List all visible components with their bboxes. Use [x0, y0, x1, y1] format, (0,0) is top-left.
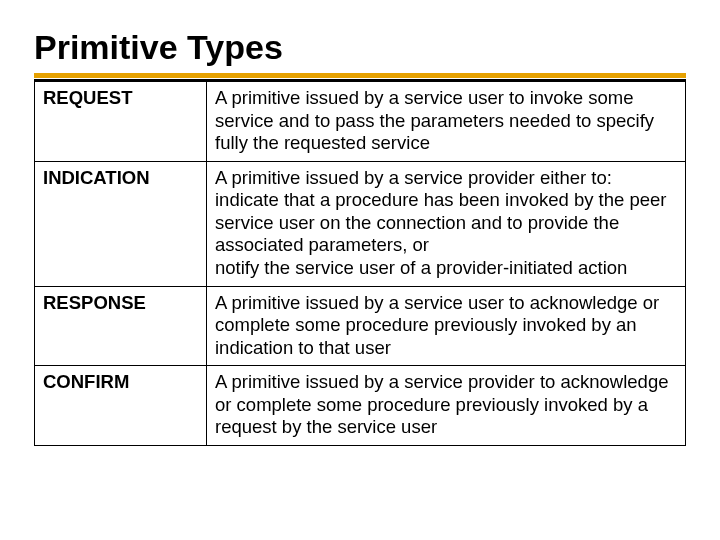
slide-title: Primitive Types — [34, 28, 686, 67]
table-row: INDICATION A primitive issued by a servi… — [35, 161, 686, 286]
orange-rule — [34, 73, 686, 78]
desc-cell: A primitive issued by a service user to … — [207, 286, 686, 366]
desc-cell: A primitive issued by a service provider… — [207, 161, 686, 286]
table-row: CONFIRM A primitive issued by a service … — [35, 366, 686, 446]
desc-cell: A primitive issued by a service user to … — [207, 82, 686, 162]
term-cell: INDICATION — [35, 161, 207, 286]
desc-cell: A primitive issued by a service provider… — [207, 366, 686, 446]
term-cell: RESPONSE — [35, 286, 207, 366]
title-underline — [34, 73, 686, 81]
slide: Primitive Types REQUEST A primitive issu… — [0, 0, 720, 540]
desc-line: A primitive issued by a service provider… — [215, 167, 677, 190]
primitive-types-table: REQUEST A primitive issued by a service … — [34, 81, 686, 446]
desc-line: indicate that a procedure has been invok… — [215, 189, 677, 257]
table-row: REQUEST A primitive issued by a service … — [35, 82, 686, 162]
term-cell: REQUEST — [35, 82, 207, 162]
black-rule — [34, 79, 686, 81]
desc-line: notify the service user of a provider-in… — [215, 257, 677, 280]
term-cell: CONFIRM — [35, 366, 207, 446]
table-row: RESPONSE A primitive issued by a service… — [35, 286, 686, 366]
